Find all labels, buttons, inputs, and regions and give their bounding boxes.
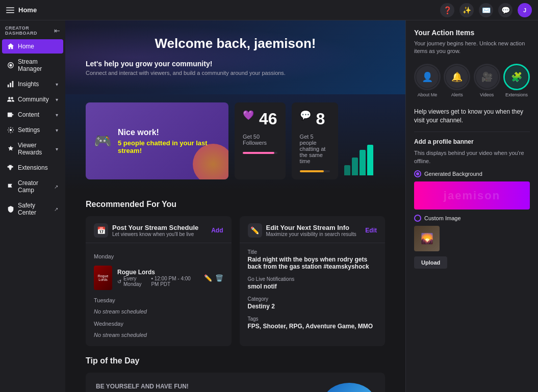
- banner-preview: jaemison: [414, 181, 530, 210]
- field-value-title: Raid night with the boys when rodry gets…: [248, 256, 377, 270]
- svg-point-9: [11, 97, 13, 99]
- followers-progress-bar: [243, 152, 274, 154]
- radio-label-custom: Custom Image: [424, 215, 461, 221]
- stream-field-notifications: Go Live Notifications smol notif: [248, 276, 377, 290]
- extensions-icon: 🧩: [505, 66, 528, 88]
- topbar: Home ❓ ✨ ✉️ 💬 J: [0, 0, 538, 20]
- day-wednesday-label: Wednesday: [94, 321, 223, 327]
- sidebar-item-label: Community: [18, 96, 49, 103]
- question-icon[interactable]: ❓: [440, 3, 454, 17]
- upload-button[interactable]: Upload: [414, 256, 447, 269]
- sidebar-item-label: Safety Center: [18, 202, 54, 216]
- followers-progress: [243, 152, 277, 154]
- video-icon: [7, 111, 14, 118]
- sidebar-item-viewer-rewards[interactable]: Viewer Rewards ▾: [2, 138, 63, 160]
- sidebar-item-safety-center[interactable]: Safety Center ↗: [2, 198, 63, 220]
- promo-title: Nice work!: [118, 128, 220, 137]
- action-circle-alerts[interactable]: 🔔 Alerts: [444, 64, 470, 97]
- sidebar-item-label: Creator Camp: [18, 179, 54, 194]
- field-value-notifications: smol notif: [248, 283, 377, 290]
- about-me-label: About Me: [418, 92, 438, 97]
- sidebar-item-label: Viewer Rewards: [18, 142, 56, 156]
- schedule-item-actions: ✏️ 🗑️: [204, 274, 223, 282]
- schedule-card-header: 📅 Post Your Stream Schedule Let viewers …: [86, 216, 232, 243]
- content-area: Welcome back, jaemison! Let's help you g…: [65, 20, 405, 392]
- flag-icon: [7, 183, 14, 190]
- videos-circle[interactable]: 🎥: [474, 64, 500, 90]
- followers-icon: 💜: [243, 110, 254, 121]
- home-icon: [7, 43, 14, 50]
- sidebar-item-stream-manager[interactable]: Stream Manager: [2, 55, 63, 76]
- stream-info-card: ✏️ Edit Your Next Stream Info Maximize y…: [240, 216, 386, 346]
- schedule-add-button[interactable]: Add: [211, 227, 223, 234]
- svg-rect-6: [10, 83, 11, 87]
- action-circle-videos[interactable]: 🎥 Videos: [474, 64, 500, 97]
- action-circle-about-me[interactable]: 👤 About Me: [414, 64, 441, 97]
- day-tuesday-label: Tuesday: [94, 297, 223, 303]
- field-label-category: Category: [248, 296, 377, 302]
- tip-mascot: 🐱: [324, 383, 375, 392]
- inbox-icon[interactable]: ✉️: [479, 3, 493, 17]
- chart-icon: [7, 81, 14, 88]
- radio-dot-custom: [414, 215, 421, 222]
- banner-section-title: Add a profile banner: [414, 138, 530, 145]
- sidebar-item-insights[interactable]: Insights ▾: [2, 77, 63, 91]
- alerts-circle[interactable]: 🔔: [444, 64, 470, 90]
- schedule-card-title: Post Your Stream Schedule: [112, 224, 198, 231]
- sidebar-collapse-button[interactable]: ⇤: [54, 27, 60, 35]
- about-me-circle[interactable]: 👤: [414, 64, 441, 90]
- extensions-circle[interactable]: 🧩: [503, 64, 530, 90]
- help-text: Help viewers get to know you when they v…: [414, 108, 530, 125]
- chat-icon[interactable]: 💬: [498, 3, 513, 17]
- topbar-title: Home: [6, 6, 37, 14]
- sidebar-item-home[interactable]: Home: [2, 39, 63, 54]
- sidebar-item-extensions[interactable]: Extensions: [2, 161, 63, 175]
- reward-icon: [7, 145, 14, 152]
- chevron-down-icon: ▾: [56, 82, 58, 87]
- svg-rect-1: [6, 10, 14, 11]
- promo-icon: 🎮: [94, 133, 112, 149]
- sidebar-item-community[interactable]: Community ▾: [2, 92, 63, 107]
- sparkle-icon[interactable]: ✨: [459, 3, 474, 17]
- field-label-title: Title: [248, 249, 377, 255]
- radio-generated-bg[interactable]: Generated Background: [414, 170, 530, 177]
- schedule-card-body: Monday Rogue Lords Rogue Lords ↺ Every M…: [86, 243, 232, 346]
- delete-icon[interactable]: 🗑️: [215, 274, 223, 282]
- chevron-down-icon: ▾: [56, 112, 58, 118]
- sidebar-item-label: Home: [18, 43, 34, 50]
- schedule-card-subtitle: Let viewers know when you'll be live: [112, 231, 198, 237]
- day-monday-label: Monday: [94, 253, 223, 259]
- action-items-description: Your journey begins here. Unlock new act…: [414, 40, 530, 56]
- menu-icon[interactable]: [6, 6, 14, 14]
- divider: [414, 132, 530, 132]
- stream-field-category: Category Destiny 2: [248, 296, 377, 310]
- stream-info-edit-button[interactable]: Edit: [365, 227, 377, 234]
- stream-info-card-body: Title Raid night with the boys when rodr…: [240, 243, 386, 342]
- stream-field-title: Title Raid night with the boys when rodr…: [248, 249, 377, 270]
- tip-section: Tip of the Day BE YOURSELF AND HAVE FUN!…: [65, 356, 405, 392]
- banner-section-desc: This displays behind your video when you…: [414, 149, 530, 165]
- recurrence-icon: ↺: [117, 279, 121, 284]
- alerts-label: Alerts: [451, 92, 463, 97]
- tip-section-title: Tip of the Day: [86, 356, 385, 365]
- field-label-notifications: Go Live Notifications: [248, 276, 377, 282]
- radio-custom-image[interactable]: Custom Image: [414, 215, 530, 222]
- sidebar-item-content[interactable]: Content ▾: [2, 108, 63, 122]
- external-link-icon: ↗: [54, 206, 58, 212]
- recommended-cards: 📅 Post Your Stream Schedule Let viewers …: [86, 216, 385, 346]
- field-label-tags: Tags: [248, 316, 377, 322]
- action-circle-extensions[interactable]: 🧩 Extensions: [503, 64, 530, 97]
- promo-body-text: people chatted in your last stream!: [118, 139, 208, 154]
- sidebar-header-text: Creator Dashboard: [5, 25, 54, 36]
- videos-label: Videos: [480, 92, 494, 97]
- edit-icon[interactable]: ✏️: [204, 274, 212, 282]
- custom-image-thumb: 🌄: [414, 226, 440, 251]
- sidebar-item-settings[interactable]: Settings ▾: [2, 123, 63, 137]
- sidebar-item-creator-camp[interactable]: Creator Camp ↗: [2, 176, 63, 197]
- sidebar-item-label: Stream Manager: [18, 58, 58, 72]
- schedule-item-rogue-lords: Rogue Lords Rogue Lords ↺ Every Monday •…: [94, 263, 223, 293]
- external-link-icon: ↗: [54, 184, 58, 190]
- chart-bar: [344, 165, 350, 175]
- avatar[interactable]: J: [518, 3, 532, 17]
- chevron-down-icon: ▾: [56, 146, 58, 152]
